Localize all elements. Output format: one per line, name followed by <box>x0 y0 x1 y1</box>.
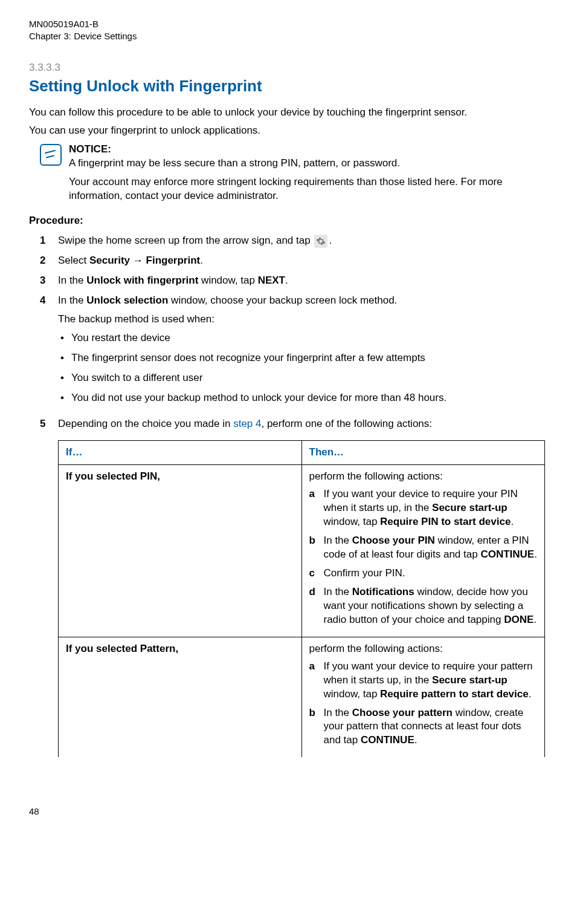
cell-if: If you selected PIN, <box>59 465 302 637</box>
step1-text-pre: Swipe the home screen up from the arrow … <box>58 235 313 246</box>
substep-letter: b <box>309 706 318 748</box>
substep: dIn the Notifications window, decide how… <box>309 585 538 627</box>
notice-label: NOTICE: <box>69 143 545 157</box>
step4-pre: In the <box>58 294 86 306</box>
text: window, tap <box>324 516 381 527</box>
step4-bullets: You restart the device The fingerprint s… <box>58 331 545 405</box>
step1-text-post: . <box>329 235 332 246</box>
step-num: 1 <box>40 234 50 248</box>
text: . <box>529 688 532 700</box>
th-if: If… <box>59 441 302 465</box>
table-row: If you selected PIN, perform the followi… <box>59 465 545 637</box>
step3-b2: NEXT <box>258 275 285 286</box>
bullet: The fingerprint sensor does not recogniz… <box>58 351 545 365</box>
step-1: 1 Swipe the home screen up from the arro… <box>40 234 545 248</box>
substep-letter: c <box>309 567 318 581</box>
page-number: 48 <box>29 805 545 818</box>
step-num: 3 <box>40 274 50 288</box>
table-row: If you selected Pattern, perform the fol… <box>59 637 545 757</box>
text-bold: Secure start-up <box>432 674 508 686</box>
text-bold: DONE <box>504 614 534 625</box>
substep-letter: d <box>309 585 318 627</box>
step2-pre: Select <box>58 255 89 266</box>
step-5: 5 Depending on the choice you made in st… <box>40 417 545 758</box>
text-bold: Choose your PIN <box>352 535 435 546</box>
step3-b1: Unlock with fingerprint <box>86 275 198 286</box>
procedure-label: Procedure: <box>29 214 545 228</box>
gear-icon <box>314 235 327 248</box>
chapter-label: Chapter 3: Device Settings <box>29 30 545 42</box>
text-bold: Require PIN to start device <box>380 516 511 527</box>
if-then-table: If… Then… If you selected PIN, perform t… <box>58 440 545 757</box>
intro-p1: You can follow this procedure to be able… <box>29 106 545 120</box>
substep: cConfirm your PIN. <box>309 567 538 581</box>
text: . <box>534 614 537 625</box>
cell-then: perform the following actions: aIf you w… <box>302 637 545 757</box>
text: In the <box>324 586 352 597</box>
step-num: 5 <box>40 417 50 758</box>
step2-arrow: → <box>130 255 146 266</box>
step-2: 2 Select Security → Fingerprint. <box>40 254 545 268</box>
step2-b1: Security <box>89 255 130 266</box>
doc-id: MN005019A01-B <box>29 18 545 30</box>
section-number: 3.3.3.3 <box>29 61 545 75</box>
text-bold: CONTINUE <box>361 734 414 746</box>
step3-mid: window, tap <box>198 275 257 286</box>
step3-pre: In the <box>58 275 86 286</box>
section-title: Setting Unlock with Fingerprint <box>29 76 545 97</box>
text-bold: Require pattern to start device <box>380 688 529 700</box>
substep-letter: a <box>309 660 318 701</box>
step5-link[interactable]: step 4 <box>233 418 261 429</box>
step2-post: . <box>200 255 203 266</box>
step4-post: window, choose your backup screen lock m… <box>168 294 397 306</box>
text: Confirm your PIN. <box>324 567 405 581</box>
then-intro: perform the following actions: <box>309 470 538 484</box>
step4-sub: The backup method is used when: <box>58 313 545 327</box>
step5-pre: Depending on the choice you made in <box>58 418 233 429</box>
step4-b1: Unlock selection <box>86 294 168 306</box>
substep: aIf you want your device to require your… <box>309 660 538 701</box>
notice-p2: Your account may enforce more stringent … <box>69 175 545 203</box>
step-3: 3 In the Unlock with fingerprint window,… <box>40 274 545 288</box>
text: In the <box>324 707 352 718</box>
bullet: You restart the device <box>58 331 545 345</box>
step-num: 2 <box>40 254 50 268</box>
then-intro: perform the following actions: <box>309 642 538 656</box>
substep: bIn the Choose your pattern window, crea… <box>309 706 538 748</box>
procedure-list: 1 Swipe the home screen up from the arro… <box>29 234 545 757</box>
step-num: 4 <box>40 294 50 411</box>
substep: aIf you want your device to require your… <box>309 487 538 529</box>
notice-icon <box>40 143 62 171</box>
text-bold: Secure start-up <box>432 502 508 513</box>
step-4: 4 In the Unlock selection window, choose… <box>40 294 545 411</box>
th-then: Then… <box>302 441 545 465</box>
notice-block: NOTICE: A fingerprint may be less secure… <box>29 143 545 171</box>
step2-b2: Fingerprint <box>146 255 201 266</box>
notice-p1: A fingerprint may be less secure than a … <box>69 157 545 171</box>
intro-p2: You can use your fingerprint to unlock a… <box>29 124 545 138</box>
text-bold: Notifications <box>352 586 414 597</box>
bullet: You did not use your backup method to un… <box>58 391 545 405</box>
text: window, tap <box>324 688 381 700</box>
text-bold: CONTINUE <box>480 548 534 560</box>
cell-if: If you selected Pattern, <box>59 637 302 757</box>
step3-post: . <box>285 275 288 286</box>
substep-letter: a <box>309 487 318 529</box>
substep-letter: b <box>309 534 318 562</box>
text: . <box>534 548 537 560</box>
text: In the <box>324 535 352 546</box>
text: . <box>511 516 514 527</box>
bullet: You switch to a different user <box>58 371 545 385</box>
text: . <box>414 734 418 746</box>
cell-then: perform the following actions: aIf you w… <box>302 465 545 637</box>
substep: bIn the Choose your PIN window, enter a … <box>309 534 538 562</box>
step5-post: , perform one of the following actions: <box>261 418 432 429</box>
text-bold: Choose your pattern <box>352 707 453 718</box>
